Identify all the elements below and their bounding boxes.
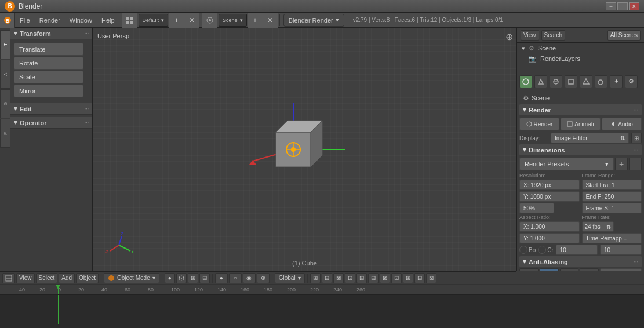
menu-icon-btn[interactable]: B [0,13,15,28]
vert-tab-tools[interactable]: T [0,30,10,59]
shading-material[interactable]: ◉ [243,273,256,283]
scene-add[interactable]: + [248,13,263,28]
file-menu[interactable]: File [15,13,35,28]
presets-add-btn[interactable]: + [615,158,628,170]
select-menu-btn[interactable]: Select [36,273,58,283]
overlay-btn-4[interactable]: ⊡ [345,273,355,283]
vert-tab-physics[interactable]: P [0,119,10,148]
scale-button[interactable]: Scale [14,71,83,83]
operator-header[interactable]: ▾ Operator ··· [10,117,92,129]
overlay-btn-6[interactable]: ⊟ [368,273,379,283]
display-select[interactable]: Image Editor ⇅ [551,133,629,143]
audio-button[interactable]: Audio [602,118,642,130]
outliner-all-scenes-btn[interactable]: All Scenes [607,30,641,41]
res-x-input[interactable]: X: 1920 px [519,180,580,190]
scene-selector[interactable]: Scene ▾ [219,14,247,27]
pivot-mode[interactable]: Global ▾ [275,273,305,283]
overlay-btn-8[interactable]: ⊡ [391,273,402,283]
cr-value-input[interactable]: 10 [600,245,642,255]
render-section-header[interactable]: ▾ Render ··· [519,104,642,115]
render-button[interactable]: Render [519,118,559,130]
add-menu-btn[interactable]: Add [59,273,75,283]
render-menu[interactable]: Render [35,13,65,28]
mode-selector[interactable]: Object Mode ▾ [104,273,159,283]
overlay-btn-5[interactable]: ⊞ [356,273,367,283]
transform-header[interactable]: ▾ Transform ··· [10,28,92,39]
fps-select[interactable]: 24 fps ⇅ [582,221,614,232]
aa-11-btn[interactable]: 11 [560,268,579,271]
frame-step-input[interactable]: Frame S: 1 [582,203,642,213]
shading-solid[interactable]: ● [215,273,228,283]
outliner-view-btn[interactable]: View [521,30,539,41]
outliner-search-btn[interactable]: Search [541,30,566,41]
help-menu[interactable]: Help [97,13,119,28]
rotate-button[interactable]: Rotate [14,57,83,70]
viewport-icon-btn[interactable] [2,273,15,283]
workspace-add[interactable]: + [169,13,184,28]
workspace-close[interactable]: ✕ [184,13,199,28]
animation-button[interactable]: Animati [561,118,601,130]
vert-tab-grease[interactable]: G [0,89,10,118]
aa-filter-select[interactable]: Mitchell-Ne... [600,268,642,271]
window-menu[interactable]: Window [65,13,97,28]
props-tab-render[interactable] [519,75,532,88]
scene-icon[interactable] [202,13,217,28]
shading-wire[interactable]: ○ [229,273,242,283]
props-tab-scene[interactable] [534,75,547,88]
close-button[interactable]: ✕ [629,2,639,10]
presets-remove-btn[interactable]: – [629,158,642,170]
time-remap-input[interactable]: Time Remapp... [582,233,642,243]
snap-btn[interactable]: ⊞ [188,273,198,283]
shading-render[interactable]: ⊕ [257,273,270,283]
snap-btn-2[interactable]: ⊟ [199,273,210,283]
outliner-renderlayers-item[interactable]: 📷 RenderLayers [517,53,644,64]
3d-viewport[interactable]: User Persp Y Z X [93,28,516,271]
overlay-btn-2[interactable]: ⊟ [322,273,332,283]
workspace-selector[interactable]: Default ▾ [139,14,169,27]
titlebar-controls[interactable]: – □ ✕ [606,2,639,10]
bo-value-input[interactable]: 10 [556,245,598,255]
pivot-btn-2[interactable] [176,273,187,283]
view-menu-btn[interactable]: View [16,273,35,283]
render-engine-selector[interactable]: Blender Render ▾ [283,14,344,27]
props-tab-particles[interactable]: ✦ [610,75,623,88]
dimensions-header[interactable]: ▾ Dimensions ··· [519,144,642,155]
bo-checkbox[interactable] [519,246,527,254]
overlay-btn-3[interactable]: ⊠ [333,273,344,283]
overlay-btn-10[interactable]: ⊟ [414,273,425,283]
end-frame-input[interactable]: End F: 250 [582,191,642,202]
aa-5-btn[interactable]: 5 [519,268,539,271]
overlay-btn-7[interactable]: ⊠ [380,273,390,283]
overlay-btn-9[interactable]: ⊞ [403,273,413,283]
start-frame-input[interactable]: Start Fra: 1 [582,180,642,190]
props-tab-object[interactable] [565,75,577,88]
cr-checkbox[interactable] [538,246,546,254]
display-extra-btn[interactable]: ⊞ [631,133,642,143]
vert-tab-anim[interactable]: A [0,60,10,89]
aa-16-btn[interactable]: 16 [580,268,599,271]
scene-close[interactable]: ✕ [263,13,278,28]
layout-icon[interactable] [122,13,137,28]
outliner-scene-item[interactable]: ▾ ⚙ Scene [517,43,644,53]
props-tab-world[interactable] [550,75,562,88]
pivot-btn-1[interactable]: ● [165,273,175,283]
aa-header[interactable]: ▾ Anti-Aliasing ··· [519,256,642,267]
props-tab-physics[interactable]: ⚙ [625,75,638,88]
object-menu-btn[interactable]: Object [76,273,99,283]
aa-8-btn[interactable]: 8 [540,268,559,271]
aspect-y-input[interactable]: Y: 1.000 [519,233,580,243]
edit-header[interactable]: ▾ Edit ··· [10,103,92,115]
overlay-btn-11[interactable]: ⊠ [426,273,436,283]
props-tab-mesh[interactable] [580,75,592,88]
render-presets-select[interactable]: Render Presets ▾ [519,158,614,170]
res-percent-input[interactable]: 50% [519,203,554,213]
timeline-track[interactable] [0,295,644,324]
maximize-button[interactable]: □ [617,2,628,10]
minimize-button[interactable]: – [606,2,616,10]
mirror-button[interactable]: Mirror [14,85,83,97]
translate-button[interactable]: Translate [14,43,83,56]
aspect-x-input[interactable]: X: 1.000 [519,221,580,232]
viewport-corner-widget[interactable]: ⊕ [505,31,513,42]
res-y-input[interactable]: Y: 1080 px [519,191,580,202]
props-tab-material[interactable] [595,75,607,88]
